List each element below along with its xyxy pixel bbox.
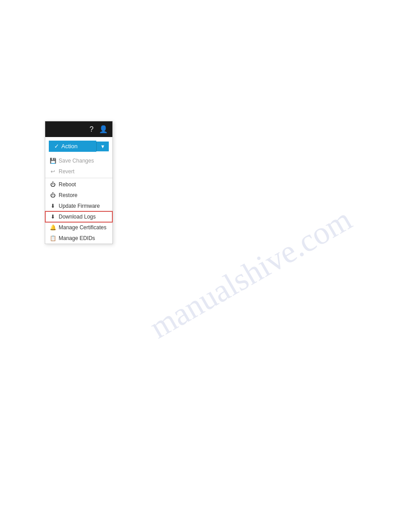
menu-item-save-changes[interactable]: 💾 Save Changes <box>45 155 112 166</box>
action-checkmark-icon: ✓ <box>54 143 59 150</box>
menu-item-restore-label: Restore <box>59 192 77 198</box>
menu-item-reboot-label: Reboot <box>59 181 76 188</box>
help-icon[interactable]: ? <box>90 125 94 133</box>
menu-divider-1 <box>45 178 112 178</box>
menu-item-manage-edids-label: Manage EDIDs <box>59 235 95 241</box>
menu-item-reboot[interactable]: ⏻ Reboot <box>45 179 112 190</box>
action-button-group: ✓ Action ▼ <box>49 141 109 152</box>
download-logs-icon: ⬇ <box>50 214 56 220</box>
menu-item-save-changes-label: Save Changes <box>59 158 94 164</box>
action-dropdown-arrow-button[interactable]: ▼ <box>96 142 109 151</box>
menu-item-manage-certificates-label: Manage Certificates <box>59 224 107 231</box>
menu-item-download-logs[interactable]: ⬇ Download Logs <box>45 211 112 222</box>
action-main-button[interactable]: ✓ Action <box>49 141 96 152</box>
menu-item-manage-edids[interactable]: 📋 Manage EDIDs <box>45 233 112 244</box>
reboot-icon: ⏻ <box>50 181 56 188</box>
revert-icon: ↩ <box>50 168 56 175</box>
manage-certificates-icon: 🔔 <box>50 224 56 231</box>
menu-items-list: 💾 Save Changes ↩ Revert ⏻ Reboot ⏻ Resto… <box>45 155 112 244</box>
menu-item-revert-label: Revert <box>59 168 74 175</box>
menu-item-restore[interactable]: ⏻ Restore <box>45 190 112 201</box>
user-icon[interactable]: 👤 <box>99 125 108 133</box>
menu-item-revert[interactable]: ↩ Revert <box>45 166 112 177</box>
save-changes-icon: 💾 <box>50 158 56 164</box>
menu-item-manage-certificates[interactable]: 🔔 Manage Certificates <box>45 222 112 233</box>
action-button-label: Action <box>61 143 77 150</box>
manage-edids-icon: 📋 <box>50 235 56 241</box>
update-firmware-icon: ⬇ <box>50 203 56 209</box>
dropdown-menu: ? 👤 ✓ Action ▼ 💾 Save Changes ↩ Revert ⏻… <box>45 121 113 244</box>
restore-icon: ⏻ <box>50 192 56 198</box>
menu-item-update-firmware[interactable]: ⬇ Update Firmware <box>45 201 112 211</box>
menu-item-download-logs-label: Download Logs <box>59 214 96 220</box>
toolbar-header: ? 👤 <box>45 121 112 137</box>
menu-item-update-firmware-label: Update Firmware <box>59 203 100 209</box>
watermark: manualshive.com <box>143 201 358 346</box>
